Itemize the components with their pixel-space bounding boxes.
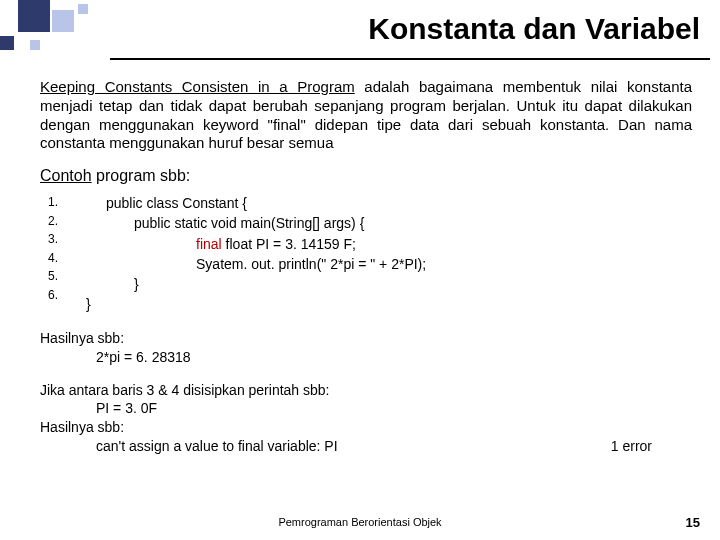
if-block: Jika antara baris 3 & 4 disisipkan perin… xyxy=(40,381,692,457)
footer-text: Pemrograman Berorientasi Objek xyxy=(0,516,720,528)
main-paragraph: Keeping Constants Consisten in a Program… xyxy=(40,78,692,153)
slide-title: Konstanta dan Variabel xyxy=(368,12,700,46)
example-heading-rest: program sbb: xyxy=(92,167,191,184)
code-num: 6. xyxy=(48,286,58,305)
code-line: } xyxy=(86,274,426,294)
result-label: Hasilnya sbb: xyxy=(40,329,692,348)
code-num: 1. xyxy=(48,193,58,212)
code-num: 4. xyxy=(48,249,58,268)
code-line: final float PI = 3. 14159 F; xyxy=(86,234,426,254)
page-number: 15 xyxy=(686,515,700,530)
example-heading: Contoh program sbb: xyxy=(40,167,692,185)
code-num: 3. xyxy=(48,230,58,249)
code-num: 2. xyxy=(48,212,58,231)
code-line: } xyxy=(86,294,426,314)
code-line-numbers: 1. 2. 3. 4. 5. 6. xyxy=(48,193,58,315)
corner-decoration xyxy=(0,0,120,70)
title-underline xyxy=(110,58,710,60)
code-line: Syatem. out. println(" 2*pi = " + 2*PI); xyxy=(86,254,426,274)
code-line: public static void main(String[] args) { xyxy=(86,213,426,233)
keyword-final: final xyxy=(196,236,222,252)
code-num: 5. xyxy=(48,267,58,286)
code-lines: public class Constant { public static vo… xyxy=(86,193,426,315)
paragraph-lead: Keeping Constants Consisten in a Program xyxy=(40,78,355,95)
if-intro: Jika antara baris 3 & 4 disisipkan perin… xyxy=(40,381,692,400)
result-block: Hasilnya sbb: 2*pi = 6. 28318 xyxy=(40,329,692,367)
if-assign: PI = 3. 0F xyxy=(40,399,692,418)
error-count: 1 error xyxy=(611,437,692,456)
example-heading-underlined: Contoh xyxy=(40,167,92,184)
if-result-label: Hasilnya sbb: xyxy=(40,418,692,437)
result-line: 2*pi = 6. 28318 xyxy=(40,348,692,367)
error-row: can't assign a value to final variable: … xyxy=(40,437,692,456)
error-message: can't assign a value to final variable: … xyxy=(40,437,611,456)
code-line: public class Constant { xyxy=(86,193,426,213)
slide-content: Keeping Constants Consisten in a Program… xyxy=(40,78,692,456)
code-block: 1. 2. 3. 4. 5. 6. public class Constant … xyxy=(48,193,692,315)
